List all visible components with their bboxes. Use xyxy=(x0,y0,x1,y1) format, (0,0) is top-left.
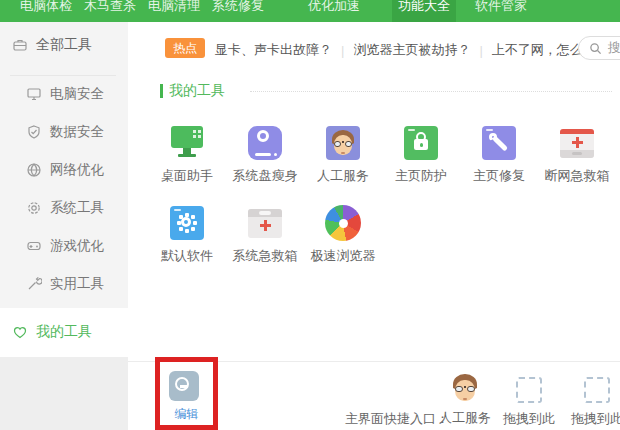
tool-label: 极速浏览器 xyxy=(304,247,382,265)
sidebar-item-label: 我的工具 xyxy=(36,323,92,341)
tab-optimize-speedup[interactable]: 优化加速 xyxy=(302,0,366,22)
section-dotted-divider xyxy=(250,91,612,92)
sidebar-item-label: 电脑安全 xyxy=(50,85,104,103)
sidebar-item-label: 游戏优化 xyxy=(50,237,104,255)
sidebar-item-system-tools[interactable]: 系统工具 xyxy=(0,189,128,227)
section-accent-bar xyxy=(160,84,163,98)
gear-glyph xyxy=(181,217,191,227)
tab-trojan-scan[interactable]: 木马查杀 xyxy=(78,0,142,22)
tab-system-repair[interactable]: 系统修复 xyxy=(206,0,270,22)
sidebar-item-network-optimization[interactable]: 网络优化 xyxy=(0,151,128,189)
homepage-repair-icon xyxy=(480,124,518,162)
search-placeholder: 搜 xyxy=(608,39,620,57)
tool-label: 默认软件 xyxy=(148,247,226,265)
sidebar-bottom-panel xyxy=(0,357,128,430)
speed-browser-icon xyxy=(324,204,362,242)
tool-label: 人工服务 xyxy=(304,167,382,185)
tool-label: 断网急救箱 xyxy=(538,167,616,185)
link-separator: | xyxy=(479,43,482,58)
default-software-icon xyxy=(168,204,206,242)
tool-manual-service[interactable]: 人工服务 xyxy=(304,124,382,185)
heart-icon xyxy=(12,324,28,340)
tool-system-first-aid-kit[interactable]: 系统急救箱 xyxy=(226,204,304,265)
main-ui-shortcut-entry-label: 主界面快捷入口： xyxy=(345,410,449,428)
shortcut-label: 人工服务 xyxy=(439,409,491,427)
manual-service-icon xyxy=(324,124,362,162)
tool-homepage-guard[interactable]: 主页防护 xyxy=(382,124,460,185)
search-input[interactable]: 搜 xyxy=(578,36,620,60)
sidebar-item-all-tools[interactable]: 全部工具 xyxy=(12,36,92,54)
disk-slim-icon xyxy=(246,124,284,162)
tool-system-disk-slimming[interactable]: 系统盘瘦身 xyxy=(226,124,304,185)
hot-topic-links: 显卡、声卡出故障？ | 浏览器主页被劫持？ | 上不了网，怎么办？ xyxy=(215,41,609,59)
tool-homepage-repair[interactable]: 主页修复 xyxy=(460,124,538,185)
top-nav: 电脑体检 木马查杀 电脑清理 系统修复 优化加速 功能大全 软件管家 xyxy=(0,0,620,22)
sidebar-item-utility-tools[interactable]: 实用工具 xyxy=(0,265,128,303)
tab-function-center[interactable]: 功能大全 xyxy=(392,0,456,22)
sidebar-item-label: 系统工具 xyxy=(50,199,104,217)
tool-network-first-aid-kit[interactable]: 断网急救箱 xyxy=(538,124,616,185)
gear-icon xyxy=(26,200,42,216)
monitor-icon xyxy=(26,86,42,102)
tool-label: 主页修复 xyxy=(460,167,538,185)
technician-face xyxy=(330,130,356,156)
sidebar-item-label: 网络优化 xyxy=(50,161,104,179)
system-first-aid-icon xyxy=(246,204,284,242)
gamepad-icon xyxy=(26,238,42,254)
sidebar-item-label: 实用工具 xyxy=(50,275,104,293)
drop-zone-label: 拖拽到此 xyxy=(503,410,555,428)
tool-label: 桌面助手 xyxy=(148,167,226,185)
drop-zone-label: 拖拽到此 xyxy=(571,410,620,428)
drop-zone-1[interactable] xyxy=(516,377,542,403)
tab-computer-checkup[interactable]: 电脑体检 xyxy=(14,0,78,22)
section-title: 我的工具 xyxy=(169,82,225,100)
tool-desktop-assistant[interactable]: 桌面助手 xyxy=(148,124,226,185)
tab-software-manager[interactable]: 软件管家 xyxy=(469,0,533,22)
search-icon xyxy=(589,42,602,55)
sidebar-item-label: 全部工具 xyxy=(36,36,92,54)
tab-computer-cleanup[interactable]: 电脑清理 xyxy=(142,0,206,22)
sidebar-item-label: 数据安全 xyxy=(50,123,104,141)
sidebar-categories: 电脑安全 数据安全 网络优化 系统工具 xyxy=(0,75,128,303)
sidebar-item-my-tools[interactable]: 我的工具 xyxy=(12,323,92,341)
wrench-icon xyxy=(26,276,42,292)
hot-link-graphics-sound-fault[interactable]: 显卡、声卡出故障？ xyxy=(215,41,332,59)
tool-label: 主页防护 xyxy=(382,167,460,185)
toolbox-icon xyxy=(12,37,28,53)
drop-zone-2[interactable] xyxy=(584,377,610,403)
tool-speed-browser[interactable]: 极速浏览器 xyxy=(304,204,382,265)
homepage-guard-icon xyxy=(402,124,440,162)
glasses xyxy=(455,386,475,392)
tool-default-software[interactable]: 默认软件 xyxy=(148,204,226,265)
shortcut-manual-service[interactable]: 人工服务 xyxy=(439,374,491,427)
glasses xyxy=(334,141,353,146)
hot-link-browser-homepage-hijacked[interactable]: 浏览器主页被劫持？ xyxy=(353,41,470,59)
tool-label: 系统急救箱 xyxy=(226,247,304,265)
hot-topic-badge: 热点 xyxy=(165,38,205,58)
desktop-assistant-icon xyxy=(168,124,206,162)
red-highlight-box xyxy=(155,357,218,430)
function-center-window: { "nav": { "tabs": ["电脑体检", "木马查杀", "电脑清… xyxy=(0,0,620,430)
link-separator: | xyxy=(341,43,344,58)
tool-label: 系统盘瘦身 xyxy=(226,167,304,185)
sidebar-item-computer-security[interactable]: 电脑安全 xyxy=(0,75,128,113)
sidebar: 全部工具 电脑安全 数据安全 网络优化 xyxy=(0,22,128,308)
globe-icon xyxy=(26,162,42,178)
sidebar-item-data-security[interactable]: 数据安全 xyxy=(0,113,128,151)
technician-face-icon xyxy=(451,374,479,402)
sidebar-item-game-optimization[interactable]: 游戏优化 xyxy=(0,227,128,265)
shield-icon xyxy=(26,124,42,140)
network-first-aid-icon xyxy=(558,124,596,162)
